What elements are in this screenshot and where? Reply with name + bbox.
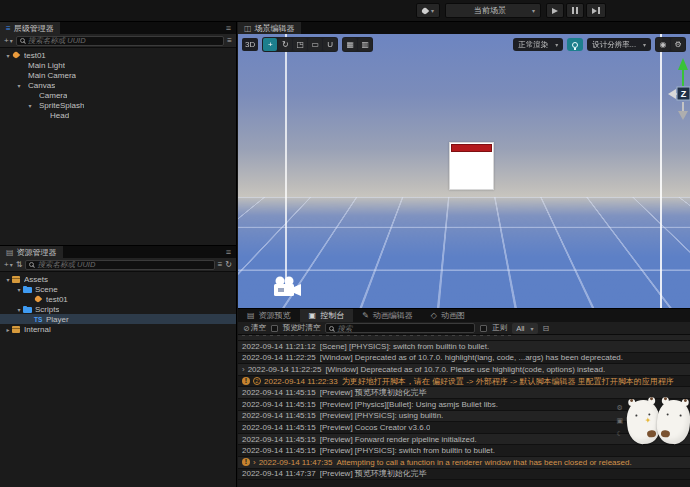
log-row[interactable]: 2022-09-14 11:45:15 [Preview] 预览环境初始化完毕 (238, 387, 690, 399)
tree-node[interactable]: Main Light (0, 60, 236, 70)
camera-gizmo-icon[interactable] (271, 275, 303, 299)
asset-node[interactable]: ▾ Scene (0, 284, 236, 294)
scene-tab-bar: ◫ 场景编辑器 (238, 22, 690, 34)
asset-node[interactable]: Player (0, 314, 236, 324)
log-row[interactable]: ! › 2022-09-14 11:47:35 Attempting to ca… (238, 457, 690, 469)
expand-arrow-icon[interactable]: ▾ (15, 306, 23, 313)
clear-console-button[interactable]: ⊘ 清空 (243, 323, 266, 333)
tool-icon: ▥ (361, 40, 369, 49)
expand-arrow-icon[interactable]: ▾ (15, 286, 23, 293)
platform-select-button[interactable]: ▾ (416, 3, 440, 18)
refresh-assets-icon[interactable]: ↻ (225, 260, 232, 269)
expand-arrow-icon[interactable]: ▸ (4, 326, 12, 333)
log-row[interactable]: 2022-09-14 11:21:12 [Scene] [PHYSICS]: s… (238, 341, 690, 353)
console-search-input[interactable] (337, 324, 471, 333)
regex-checkbox[interactable] (480, 325, 487, 332)
clear-on-preview-checkbox[interactable] (271, 325, 278, 332)
log-expand-arrow[interactable]: › (242, 365, 245, 374)
design-resolution-dropdown[interactable]: 设计分辨率... ▾ (587, 38, 651, 51)
tree-node[interactable]: Main Camera (0, 70, 236, 80)
bottom-tab[interactable]: ◇ 动画图 (422, 309, 474, 322)
scene-select-dropdown[interactable]: 当前场景 ▾ (445, 3, 541, 18)
tree-node[interactable]: Camera (0, 90, 236, 100)
gizmo-tool-button[interactable]: ▭ (308, 38, 322, 51)
log-timestamp: 2022-09-14 11:22:25 (248, 365, 322, 374)
chevron-down-icon: ▾ (532, 7, 535, 14)
log-timestamp: 2022-09-14 11:45:15 (242, 400, 316, 409)
tab-scene-editor[interactable]: ◫ 场景编辑器 (238, 22, 301, 34)
expand-arrow-icon[interactable]: ▾ (26, 102, 34, 109)
node-label: SpriteSplash (39, 101, 84, 110)
tree-node[interactable]: ▾ test01 (0, 50, 236, 60)
tool-icon: + (268, 40, 273, 49)
asset-node[interactable]: ▸ Internal (0, 324, 236, 334)
assets-list-toggle-icon[interactable]: ≡ (218, 260, 223, 269)
tree-node[interactable]: Head (0, 110, 236, 120)
tree-node[interactable]: ▾ SpriteSplash (0, 100, 236, 110)
hierarchy-search-input[interactable] (28, 36, 221, 45)
asset-type-icon (12, 325, 21, 334)
hierarchy-menu-icon[interactable]: ≡ (221, 22, 236, 34)
node-type-icon (45, 111, 47, 120)
hierarchy-list-toggle-icon[interactable]: ≡ (227, 36, 232, 45)
asset-node[interactable]: test01 (0, 294, 236, 304)
node-label: Canvas (28, 81, 55, 90)
tree-node[interactable]: ▾ Canvas (0, 80, 236, 90)
log-row[interactable]: 2022-09-14 11:22:25 [Window] Deprecated … (238, 353, 690, 365)
tool-icon: ▦ (346, 40, 354, 49)
node-type-icon (23, 71, 25, 80)
play-button[interactable] (546, 3, 564, 18)
mascot-control-icon[interactable]: ☾ (616, 430, 623, 438)
step-button[interactable] (586, 3, 606, 18)
log-count-badge: 2 (253, 377, 261, 385)
log-row[interactable]: 2022-09-14 11:45:15 [Preview] [PHYSICS]:… (238, 445, 690, 457)
gizmo-tool-button[interactable]: ↻ (278, 38, 292, 51)
sort-assets-icon[interactable]: ⇅ (16, 260, 23, 269)
chevron-down-icon: ▾ (10, 37, 13, 44)
mascot-control-icon[interactable]: ⚙ (616, 404, 623, 412)
asset-label: Scripts (35, 305, 59, 314)
lighting-toggle-button[interactable] (567, 38, 583, 51)
bottom-tab[interactable]: ▣ 控制台 (300, 309, 354, 322)
viewport-settings-button[interactable]: ⚙ (671, 38, 685, 51)
viewport-settings-button[interactable]: ◉ (656, 38, 670, 51)
create-node-button[interactable]: +▾ (4, 36, 13, 45)
expand-arrow-icon[interactable]: ▾ (4, 52, 12, 59)
expand-arrow-icon[interactable]: ▾ (15, 82, 23, 89)
gizmo-tool-button[interactable]: ◳ (293, 38, 307, 51)
asset-type-icon (23, 285, 32, 294)
render-mode-dropdown[interactable]: 正常渲染 ▾ (513, 38, 563, 51)
log-row[interactable]: 2022-09-14 11:47:37 [Preview] 预览环境初始化完毕 (238, 469, 690, 481)
bottom-tab[interactable]: ▤ 资源预览 (238, 309, 300, 322)
mascot-control-icon[interactable]: ▣ (616, 417, 623, 425)
snap-tool-group: ▦ ▥ (342, 37, 373, 52)
asset-node[interactable]: ▾ Scripts (0, 304, 236, 314)
snap-tool-button[interactable]: ▥ (358, 38, 372, 51)
scene-viewport[interactable]: Z 3D + ↻ (238, 34, 690, 308)
log-row[interactable]: ! 2 2022-09-14 11:22:33 为更好地打开脚本，请在 偏好设置… (238, 376, 690, 388)
assets-search-input[interactable] (37, 260, 210, 269)
left-dock: ≡ 层级管理器 ≡ +▾ ≡ ▾ (0, 22, 237, 487)
create-asset-button[interactable]: +▾ (4, 260, 13, 269)
export-log-icon[interactable]: ⊟ (543, 324, 550, 333)
step-icon (592, 7, 600, 14)
scene-select-label: 当前场景 (451, 5, 529, 16)
clear-icon: ⊘ (243, 324, 250, 333)
log-filter-dropdown[interactable]: All ▾ (512, 323, 537, 334)
pause-button[interactable] (566, 3, 584, 18)
bottom-tab[interactable]: ✎ 动画编辑器 (353, 309, 422, 322)
axis-orientation-gizmo[interactable]: Z (666, 56, 690, 124)
assets-menu-icon[interactable]: ≡ (221, 246, 236, 258)
asset-node[interactable]: ▾ Assets (0, 274, 236, 284)
log-row[interactable]: › 2022-09-14 11:22:25 [Window] Deprecate… (238, 364, 690, 376)
sprite-splash-node[interactable] (449, 142, 494, 190)
dimension-toggle-button[interactable]: 3D (242, 38, 258, 51)
tab-hierarchy[interactable]: ≡ 层级管理器 (0, 22, 60, 34)
snap-tool-button[interactable]: ▦ (343, 38, 357, 51)
expand-arrow-icon[interactable]: ▾ (4, 276, 12, 283)
gizmo-tool-button[interactable]: + (263, 38, 277, 51)
gizmo-tool-button[interactable]: U (323, 38, 337, 51)
hierarchy-title: 层级管理器 (14, 23, 54, 34)
tab-assets[interactable]: ▤ 资源管理器 (0, 246, 63, 258)
log-expand-arrow[interactable]: › (253, 458, 256, 467)
